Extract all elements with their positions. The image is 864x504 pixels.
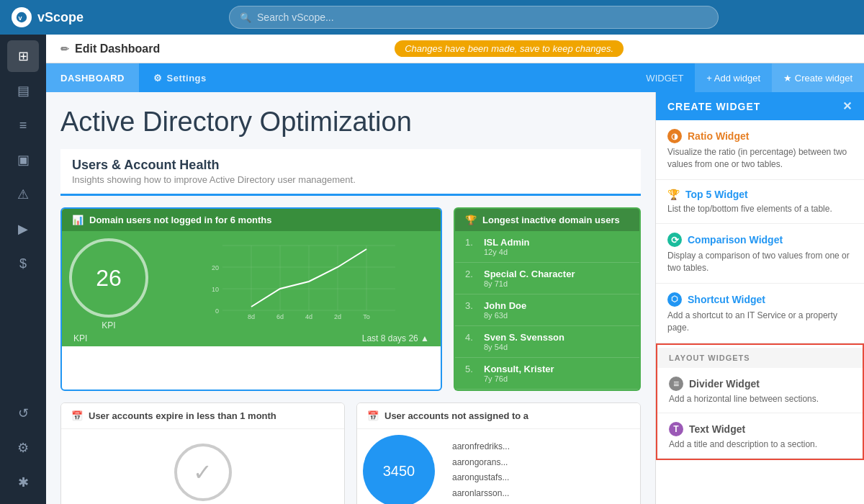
shortcut-widget-option[interactable]: ⬡ Shortcut Widget Add a shortcut to an I…	[656, 284, 864, 343]
widget-label: WIDGET	[634, 73, 695, 84]
divider-option-title: ≡ Divider Widget	[669, 377, 851, 391]
create-widget-title: CREATE WIDGET	[667, 101, 760, 112]
kpi-chart-svg: 20 10 0 8d 6d 4d 2d To	[156, 238, 433, 325]
comparison-widget-option[interactable]: ⟳ Comparison Widget Display a comparison…	[656, 224, 864, 284]
sidebar-item-grid[interactable]: ⊞	[7, 40, 39, 72]
unassigned-list: aaronfredriks... aarongorans... aarongus…	[442, 435, 520, 504]
navtabs-right: WIDGET + Add widget ★ Create widget	[634, 63, 864, 92]
subheader: ✏ Edit Dashboard Changes have been made,…	[46, 35, 864, 63]
search-input[interactable]	[257, 12, 708, 23]
top5-option-desc: List the top/bottom five elements of a t…	[667, 203, 852, 215]
page-edit-title: Edit Dashboard	[75, 42, 160, 55]
edit-icon: ✏	[60, 43, 69, 55]
page-title: Active Directory Optimization	[60, 107, 641, 138]
top5-widget-header: 🏆 Longest inactive domain users	[455, 209, 639, 231]
unassigned-count: 3450	[363, 435, 435, 504]
check-circle: ✓	[174, 444, 232, 501]
sidebar: ⊞ ▤ ≡ ▣ ⚠ ▶ $ ↺ ⚙ ✱	[0, 35, 46, 504]
logo-icon: v	[12, 7, 32, 27]
trophy-icon: 🏆	[465, 215, 477, 225]
sidebar-item-alert[interactable]: ⚠	[7, 179, 39, 210]
text-widget-option[interactable]: T Text Widget Add a title and descriptio…	[657, 413, 863, 459]
expire-widget-title: User accounts expire in less than 1 mont…	[89, 410, 276, 421]
ratio-widget-desc: Visualize the ratio (in percentage) betw…	[667, 146, 852, 171]
text-option-title: T Text Widget	[669, 422, 851, 436]
top5-widget-title: Longest inactive domain users	[482, 215, 620, 225]
kpi-chart-area: 20 10 0 8d 6d 4d 2d To	[156, 238, 433, 328]
list-item: 3. John Doe 8y 63d	[455, 294, 639, 326]
svg-text:8d: 8d	[248, 313, 255, 320]
sidebar-item-tools[interactable]: ✱	[7, 467, 39, 498]
create-widget-panel: CREATE WIDGET ✕ ◑ Ratio Widget Visualize…	[655, 92, 864, 504]
bar-chart-icon: 📊	[72, 215, 84, 225]
sidebar-item-list[interactable]: ≡	[7, 109, 39, 141]
shortcut-option-desc: Add a shortcut to an IT Service or a pro…	[667, 310, 852, 334]
kpi-widget-body: 26 KPI	[62, 231, 441, 346]
calendar-icon: 📅	[71, 410, 83, 421]
svg-text:10: 10	[212, 286, 219, 293]
section-title: Users & Account Health	[72, 158, 629, 173]
kpi-widget-header: 📊 Domain users not logged in for 6 month…	[62, 209, 441, 231]
close-button[interactable]: ✕	[842, 99, 852, 113]
top5-widget-body: 1. ISL Admin 12y 4d 2. Special C. Charac…	[455, 231, 639, 390]
svg-text:6d: 6d	[276, 313, 284, 320]
logo: v vScope	[12, 7, 84, 27]
settings-icon: ⚙	[153, 73, 163, 84]
ratio-icon: ◑	[667, 129, 682, 143]
svg-text:2d: 2d	[334, 313, 341, 320]
svg-text:20: 20	[212, 264, 219, 271]
logo-text: vScope	[37, 10, 84, 25]
shortcut-option-title: ⬡ Shortcut Widget	[667, 292, 852, 307]
create-widget-button[interactable]: ★ Create widget	[772, 63, 864, 92]
list-item: 5. Konsult, Krister 7y 76d	[455, 358, 639, 390]
section-subtitle: Insights showing how to improve Active D…	[72, 174, 629, 185]
ratio-widget-option[interactable]: ◑ Ratio Widget Visualize the ratio (in p…	[656, 120, 864, 180]
svg-text:0: 0	[215, 307, 219, 315]
text-option-desc: Add a title and description to a section…	[669, 439, 851, 449]
widgets-row-2: 📅 User accounts expire in less than 1 mo…	[60, 402, 641, 504]
divider-option-desc: Add a horizontal line between sections.	[669, 394, 851, 404]
tab-settings[interactable]: ⚙ Settings	[139, 63, 221, 92]
search-bar[interactable]: 🔍	[229, 6, 719, 29]
divider-widget-option[interactable]: ≡ Divider Widget Add a horizontal line b…	[657, 368, 863, 413]
top5-widget-option[interactable]: 🏆 Top 5 Widget List the top/bottom five …	[656, 180, 864, 225]
list-item: 2. Special C. Character 8y 71d	[455, 263, 639, 294]
kpi-label: KPI	[102, 320, 115, 330]
add-widget-button[interactable]: + Add widget	[695, 63, 772, 92]
topbar: v vScope 🔍	[0, 0, 864, 35]
sidebar-item-play[interactable]: ▶	[7, 213, 39, 245]
kpi-widget-title: Domain users not logged in for 6 months	[89, 215, 272, 225]
unassigned-widget-card: 📅 User accounts not assigned to a 3450 a…	[356, 402, 641, 504]
divider-icon: ≡	[669, 377, 683, 391]
kpi-footer-value: Last 8 days 26 ▲	[362, 333, 429, 343]
svg-text:v: v	[19, 14, 22, 22]
sidebar-item-settings[interactable]: ⚙	[7, 432, 39, 464]
layout-section-title: LAYOUT WIDGETS	[657, 348, 863, 368]
svg-text:4d: 4d	[305, 313, 312, 320]
layout-widgets-section: LAYOUT WIDGETS ≡ Divider Widget Add a ho…	[656, 343, 864, 460]
unassigned-widget-title: User accounts not assigned to a	[384, 410, 528, 421]
kpi-value-circle: 26	[69, 238, 148, 318]
sidebar-item-dashboard[interactable]: ▤	[7, 75, 39, 107]
comparison-option-desc: Display a comparison of two values from …	[667, 250, 852, 274]
changes-badge: Changes have been made, save to keep cha…	[395, 40, 624, 57]
list-item: 1. ISL Admin 12y 4d	[455, 231, 639, 263]
top5-widget-card: 🏆 Longest inactive domain users 1. ISL A…	[454, 207, 641, 391]
comparison-option-title: ⟳ Comparison Widget	[667, 233, 852, 247]
ratio-widget-title: ◑ Ratio Widget	[667, 129, 852, 143]
kpi-footer: KPI Last 8 days 26 ▲	[69, 330, 433, 346]
list-item: 4. Sven S. Svensson 8y 54d	[455, 326, 639, 358]
kpi-footer-label: KPI	[73, 333, 87, 343]
expire-widget-card: 📅 User accounts expire in less than 1 mo…	[60, 402, 345, 504]
sidebar-item-cycle[interactable]: ↺	[7, 397, 39, 429]
top5-option-title: 🏆 Top 5 Widget	[667, 189, 852, 200]
unassigned-widget-header: 📅 User accounts not assigned to a	[357, 403, 640, 429]
calendar-icon-2: 📅	[367, 410, 379, 421]
comparison-icon: ⟳	[667, 233, 682, 247]
content-area: ✏ Edit Dashboard Changes have been made,…	[46, 35, 864, 504]
sidebar-item-dollar[interactable]: $	[7, 248, 39, 279]
top5-trophy-icon: 🏆	[667, 189, 680, 200]
tab-dashboard[interactable]: DASHBOARD	[46, 63, 139, 92]
dashboard-content: Active Directory Optimization Users & Ac…	[46, 92, 655, 504]
sidebar-item-table[interactable]: ▣	[7, 144, 39, 176]
